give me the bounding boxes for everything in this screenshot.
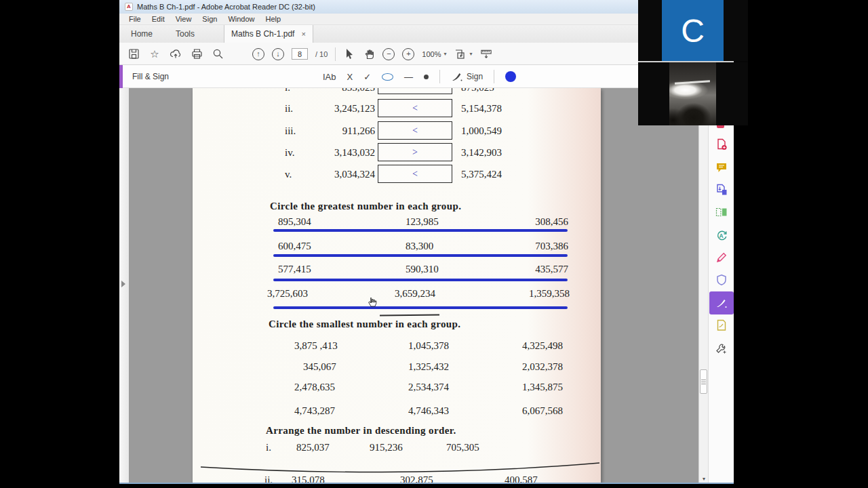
number-cell: 302,875 (400, 474, 433, 483)
tab-document[interactable]: Maths B Ch-1.pdf × (224, 25, 313, 43)
smallest-row: 2,478,635 2,534,374 1,345,875 (193, 382, 601, 394)
protect-icon[interactable] (715, 274, 728, 286)
pdf-page[interactable]: i. 855,025 875,025 ii. 3,245,123 < 5,154… (193, 88, 601, 483)
star-favorites-icon[interactable]: ☆ (149, 48, 161, 60)
fill-sign-divider (494, 70, 494, 83)
menu-edit[interactable]: Edit (146, 15, 170, 23)
cross-mark-tool-icon[interactable]: X (347, 72, 353, 82)
fill-sign-label: Fill & Sign (132, 65, 169, 88)
fill-sign-icon[interactable] (715, 297, 728, 309)
scrolling-mode-icon[interactable] (480, 48, 492, 60)
chevron-down-icon: ▾ (444, 51, 447, 57)
number-cell: 1,045,378 (408, 340, 449, 352)
hand-tool-icon[interactable] (363, 48, 375, 60)
sign-button[interactable]: Sign (451, 71, 483, 82)
cloud-upload-icon[interactable] (170, 48, 182, 60)
compare-left-number: 911,266 (274, 125, 375, 137)
number-cell: 435,577 (535, 264, 568, 275)
line-tool-icon[interactable]: — (404, 72, 413, 82)
page-fit-select[interactable]: ▾ (454, 48, 473, 60)
number-cell: 4,743,287 (294, 405, 335, 417)
ellipse-tool-icon[interactable] (382, 73, 393, 81)
compare-right-number: 5,154,378 (461, 103, 502, 115)
scrollbar-down-icon[interactable]: ▾ (699, 476, 709, 482)
toolbar-divider (335, 47, 336, 61)
webcam-video (669, 62, 716, 125)
menu-window[interactable]: Window (222, 15, 260, 23)
search-icon[interactable] (212, 48, 224, 60)
webcam-tile[interactable] (638, 62, 748, 125)
zoom-out-icon[interactable]: − (382, 48, 395, 60)
compare-right-number: 875,025 (461, 88, 494, 94)
signature-color-dot[interactable] (505, 71, 516, 82)
more-tools-icon[interactable] (715, 343, 728, 355)
greatest-row: 577,415 590,310 435,577 (273, 264, 568, 276)
scrollbar-thumb[interactable] (700, 369, 707, 394)
fill-sign-accent (119, 65, 123, 88)
number-cell: 3,659,234 (395, 288, 435, 300)
number-cell: 600,475 (278, 241, 311, 252)
zoom-level-select[interactable]: 100% ▾ (422, 50, 446, 58)
smallest-row: 3,875 ,413 1,045,378 4,325,498 (193, 340, 601, 352)
page-number-input[interactable]: 8 (292, 48, 308, 60)
svg-text:A: A (719, 232, 724, 239)
organize-pages-icon[interactable] (715, 206, 728, 218)
menu-sign[interactable]: Sign (197, 15, 222, 23)
number-cell: 6,067,568 (522, 405, 563, 417)
number-cell: 915,236 (370, 442, 403, 453)
vertical-scrollbar[interactable]: ▾ (698, 88, 708, 483)
checkmark-tool-icon[interactable]: ✓ (363, 72, 371, 82)
number-cell: 2,534,374 (408, 382, 449, 393)
tab-home[interactable]: Home (119, 25, 164, 43)
save-icon[interactable] (127, 48, 140, 60)
number-cell: 2,032,378 (522, 361, 563, 373)
edit-pdf-icon[interactable] (715, 251, 728, 264)
compare-answer-box[interactable]: < (378, 99, 452, 117)
scan-artifact-line (380, 314, 439, 316)
menu-file[interactable]: File (123, 15, 146, 23)
compare-answer-box[interactable]: > (378, 143, 452, 161)
create-pdf-icon[interactable] (715, 138, 728, 150)
menu-help[interactable]: Help (260, 15, 287, 23)
document-canvas: i. 855,025 875,025 ii. 3,245,123 < 5,154… (119, 88, 734, 483)
number-cell: 703,386 (535, 241, 568, 252)
participant-initial: C (681, 12, 705, 49)
greatest-row: 3,725,603 3,659,234 1,359,358 (267, 288, 570, 300)
print-icon[interactable] (191, 48, 203, 60)
number-cell: 1,325,432 (408, 361, 449, 373)
video-call-overlay: C (638, 0, 748, 125)
select-tool-icon[interactable] (343, 48, 355, 60)
expand-left-pane-icon[interactable] (121, 281, 125, 287)
menu-view[interactable]: View (170, 15, 197, 23)
compare-answer-box[interactable]: < (378, 121, 452, 140)
chevron-down-icon: ▾ (470, 51, 473, 57)
participant-tile[interactable]: C (638, 0, 748, 61)
comment-icon[interactable] (715, 161, 728, 174)
request-signatures-icon[interactable] (715, 319, 728, 331)
descending-row-label: i. (266, 442, 271, 453)
number-cell: 400,587 (505, 474, 538, 483)
number-cell: 1,345,875 (522, 382, 563, 393)
compare-answer-box[interactable] (378, 88, 452, 94)
tab-close-icon[interactable]: × (301, 30, 305, 38)
number-cell: 1,359,358 (529, 288, 570, 300)
window-title: Maths B Ch-1.pdf - Adobe Acrobat Reader … (137, 3, 315, 11)
smallest-heading: Circle the smallest number in each group… (269, 319, 460, 330)
blue-underline (273, 254, 568, 257)
fill-sign-divider (439, 70, 440, 83)
next-page-icon[interactable]: ↓ (272, 48, 284, 60)
compare-left-number: 3,143,032 (274, 147, 375, 159)
smallest-row: 4,743,287 4,746,343 6,067,568 (193, 405, 601, 418)
previous-page-icon[interactable]: ↑ (252, 48, 264, 60)
blue-underline (273, 229, 568, 232)
export-pdf-icon[interactable] (715, 184, 728, 196)
compare-answer-box[interactable]: < (378, 165, 452, 183)
compare-right-number: 1,000,549 (461, 125, 502, 137)
scan-ocr-icon[interactable]: A (715, 229, 728, 241)
add-text-tool-icon[interactable]: IAb (323, 72, 336, 82)
number-cell: 4,746,343 (408, 405, 449, 417)
tab-tools[interactable]: Tools (164, 25, 206, 43)
zoom-in-icon[interactable]: + (402, 48, 414, 60)
number-cell: 3,725,603 (267, 288, 308, 300)
dot-tool-icon[interactable] (424, 75, 429, 79)
